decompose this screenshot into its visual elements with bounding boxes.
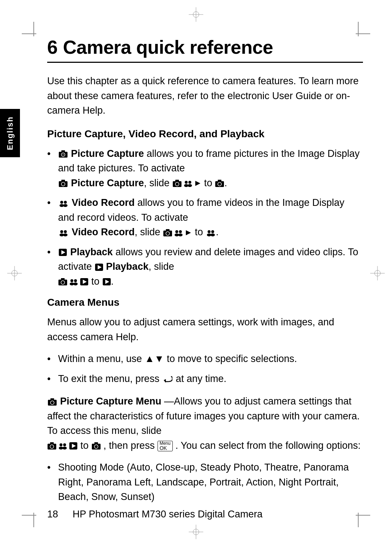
select-text: . You can select from the following opti… [175, 440, 360, 451]
crosshair-right [370, 266, 385, 283]
svg-marker-65 [164, 379, 166, 383]
svg-point-35 [64, 230, 67, 233]
corner-mark-bl-v [33, 513, 34, 527]
svg-point-73 [63, 443, 66, 446]
to-label-3: to [91, 276, 102, 287]
options-list: Shooting Mode (Auto, Close-up, Steady Ph… [47, 460, 363, 504]
chapter-number: 6 [47, 37, 57, 58]
svg-point-30 [60, 201, 63, 204]
bullet-picture-capture: Picture Capture allows you to frame pict… [47, 146, 363, 191]
intro-paragraph: Use this chapter as a quick reference to… [47, 74, 363, 118]
corner-mark-tr-v [358, 22, 359, 36]
corner-mark-bl-h [22, 515, 36, 516]
section2-bullets: Within a menu, use ▲▼ to move to specifi… [47, 351, 363, 386]
svg-point-44 [178, 233, 183, 236]
svg-point-29 [218, 182, 221, 186]
bullet-menu-exit: To exit the menu, press at any time. [47, 371, 363, 386]
icon-seq-menu-access [47, 442, 78, 450]
chapter-heading: 6Camera quick reference [47, 36, 363, 63]
svg-point-25 [188, 184, 192, 187]
menu-exit-text: To exit the menu, press at any time. [58, 373, 226, 384]
side-tab: English [0, 109, 20, 157]
corner-mark-tl-v [33, 22, 34, 36]
playback-label: Playback [70, 247, 113, 257]
bullet-menu-nav: Within a menu, use ▲▼ to move to specifi… [47, 351, 363, 366]
svg-point-33 [63, 204, 68, 207]
menu-nav-text: Within a menu, use ▲▼ to move to specifi… [58, 353, 297, 364]
video-record-icon [58, 197, 72, 208]
bullet-playback: Playback allows you review and delete im… [47, 245, 363, 289]
video-record-label: Video Record [72, 197, 135, 208]
to-label-menu: to [81, 440, 91, 451]
svg-rect-28 [218, 180, 221, 182]
page-footer: 18 HP Photosmart M730 series Digital Cam… [47, 509, 363, 520]
section2-intro: Menus allow you to adjust camera setting… [47, 315, 363, 344]
capture-menu-label: Picture Capture Menu [60, 396, 162, 407]
section-picture-capture-menu: Picture Capture Menu —Allows you to adju… [47, 394, 363, 504]
section2-heading: Camera Menus [47, 297, 363, 308]
section-picture-capture: Picture Capture, Video Record, and Playb… [47, 128, 363, 289]
svg-rect-17 [61, 180, 65, 182]
section1-bullets: Picture Capture allows you to frame pict… [47, 146, 363, 289]
svg-point-37 [63, 233, 68, 236]
icon-seq-play [58, 278, 89, 285]
svg-rect-39 [166, 229, 170, 231]
svg-point-57 [70, 279, 73, 282]
picture-capture-icon [58, 148, 71, 159]
to-label-1: to [204, 178, 215, 188]
svg-point-75 [62, 447, 67, 450]
svg-point-80 [94, 445, 98, 448]
svg-point-56 [61, 281, 65, 284]
icon-seq-cam [172, 180, 201, 187]
svg-rect-70 [50, 442, 54, 444]
video-record-label2: Video Record [72, 227, 135, 237]
svg-point-31 [64, 201, 67, 204]
playback-icon [58, 247, 70, 257]
picture-capture-icon2 [58, 178, 71, 188]
footer-product: HP Photosmart M730 series Digital Camera [73, 509, 262, 520]
svg-point-34 [60, 230, 63, 233]
playback-label2: Playback [106, 261, 148, 272]
svg-point-71 [50, 445, 54, 448]
svg-point-41 [175, 230, 178, 233]
corner-mark-tl-h [22, 33, 36, 34]
svg-point-47 [211, 230, 214, 233]
svg-point-18 [61, 182, 65, 186]
svg-point-49 [211, 233, 215, 236]
svg-rect-13 [61, 150, 65, 152]
svg-point-15 [62, 154, 64, 156]
capture-menu-para: Picture Capture Menu —Allows you to adju… [47, 394, 363, 453]
svg-point-22 [185, 181, 188, 184]
picture-capture-label: Picture Capture [71, 148, 144, 159]
page: English 6Camera quick reference Use this… [0, 0, 392, 549]
icon-seq-vid [163, 229, 192, 236]
then-press-text: , then press [103, 440, 158, 451]
svg-point-40 [166, 232, 170, 235]
crosshair-top [189, 7, 203, 24]
section1-heading: Picture Capture, Video Record, and Playb… [47, 128, 363, 140]
chapter-title: Camera quick reference [63, 37, 273, 58]
svg-point-68 [50, 401, 54, 404]
crosshair-left [7, 266, 22, 283]
svg-rect-79 [94, 442, 98, 444]
svg-point-58 [74, 279, 77, 282]
svg-rect-67 [50, 398, 54, 400]
svg-point-21 [175, 182, 179, 186]
shooting-mode-item: Shooting Mode (Auto, Close-up, Steady Ph… [47, 460, 363, 504]
svg-point-60 [73, 282, 78, 285]
svg-point-42 [179, 230, 182, 233]
section-camera-menus: Camera Menus Menus allow you to adjust c… [47, 297, 363, 386]
svg-point-23 [188, 181, 191, 184]
bullet-video-record: Video Record allows you to frame videos … [47, 195, 363, 240]
svg-marker-26 [195, 181, 200, 186]
svg-marker-45 [186, 230, 191, 235]
picture-capture-label2: Picture Capture [71, 178, 144, 188]
shooting-mode-text: Shooting Mode (Auto, Close-up, Steady Ph… [58, 462, 349, 502]
svg-point-46 [208, 230, 211, 233]
svg-point-72 [60, 443, 62, 446]
main-content: 6Camera quick reference Use this chapter… [47, 36, 363, 513]
svg-rect-20 [175, 180, 179, 182]
crosshair-bottom [189, 525, 203, 542]
page-number: 18 [47, 509, 58, 520]
svg-rect-55 [61, 278, 65, 280]
